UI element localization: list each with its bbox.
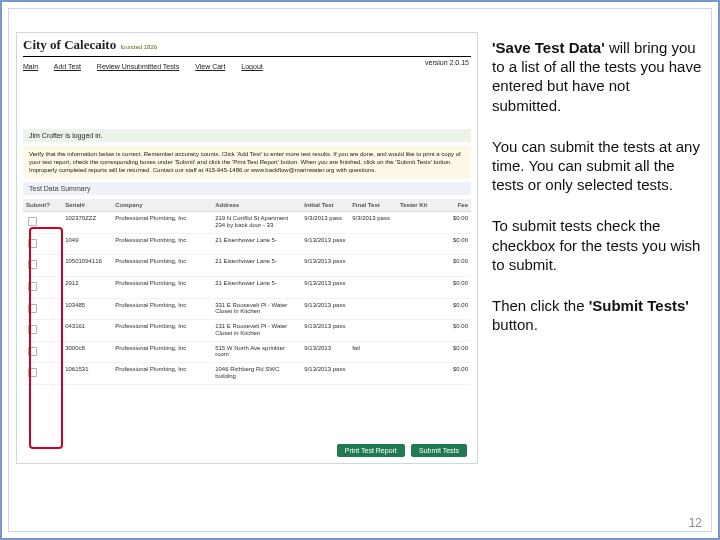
cell-initial-test: 9/13/2013 pass (301, 298, 349, 320)
cell-final-test (349, 255, 397, 277)
cell-submit (23, 277, 62, 299)
slide: City of Calecaito founded 1826 version 2… (0, 0, 720, 540)
cell-submit (23, 255, 62, 277)
col-tester-kit: Tester Kit (397, 199, 438, 212)
cell-company: Professional Plumbing, Inc (112, 277, 212, 299)
cell-company: Professional Plumbing, Inc (112, 341, 212, 363)
col-initial-test: Initial Test (301, 199, 349, 212)
cell-fee: $0.00 (438, 298, 471, 320)
submit-checkbox[interactable] (28, 282, 37, 291)
divider (23, 56, 471, 57)
cell-initial-test: 9/3/2013 pass (301, 212, 349, 234)
cell-final-test: fail (349, 341, 397, 363)
cell-serial: 102370ZZZ (62, 212, 112, 234)
submit-checkbox[interactable] (28, 239, 37, 248)
cell-final-test (349, 363, 397, 385)
logged-in-banner: Jim Crofter is logged in. (23, 129, 471, 142)
col-fee: Fee (438, 199, 471, 212)
cell-submit (23, 212, 62, 234)
table-row: 043161Professional Plumbing, Inc131 E Ro… (23, 320, 471, 342)
cell-tester-kit (397, 277, 438, 299)
cell-address: 21 Eisenhower Lane 5- (212, 233, 301, 255)
cell-final-test (349, 298, 397, 320)
cell-company: Professional Plumbing, Inc (112, 255, 212, 277)
cell-tester-kit (397, 320, 438, 342)
summary-title: Test Data Summary (23, 182, 471, 195)
table-row: 10501094116Professional Plumbing, Inc21 … (23, 255, 471, 277)
cell-fee: $0.00 (438, 277, 471, 299)
cell-fee: $0.00 (438, 212, 471, 234)
cell-address: 21 Eisenhower Lane 5- (212, 255, 301, 277)
cell-serial: 10501094116 (62, 255, 112, 277)
cell-fee: $0.00 (438, 341, 471, 363)
page-number: 12 (689, 516, 702, 530)
para-4a: Then click the (492, 297, 589, 314)
para-3: To submit tests check the checkbox for t… (492, 216, 702, 274)
nav-main[interactable]: Main (23, 63, 38, 70)
cell-tester-kit (397, 212, 438, 234)
cell-initial-test: 9/13/2013 (301, 341, 349, 363)
nav-bar: Main Add Test Review Unsubmitted Tests V… (23, 63, 277, 70)
submit-checkbox[interactable] (28, 260, 37, 269)
cell-tester-kit (397, 233, 438, 255)
cell-fee: $0.00 (438, 363, 471, 385)
nav-view-cart[interactable]: View Cart (195, 63, 225, 70)
table-row: 2912Professional Plumbing, Inc21 Eisenho… (23, 277, 471, 299)
para-2: You can submit the tests at any time. Yo… (492, 137, 702, 195)
cell-initial-test: 9/13/2013 pass (301, 233, 349, 255)
cell-tester-kit (397, 363, 438, 385)
cell-tester-kit (397, 298, 438, 320)
table-head-row: Submit? Serial# Company Address Initial … (23, 199, 471, 212)
cell-tester-kit (397, 341, 438, 363)
cell-address: 1046 Richberg Rd SWC building (212, 363, 301, 385)
table-row: 102370ZZZProfessional Plumbing, Inc219 N… (23, 212, 471, 234)
cell-address: 331 E Roosevelt Pl - Water Closet in Kit… (212, 298, 301, 320)
cell-serial: 1049 (62, 233, 112, 255)
cell-final-test (349, 233, 397, 255)
cell-fee: $0.00 (438, 320, 471, 342)
table-body: 102370ZZZProfessional Plumbing, Inc219 N… (23, 212, 471, 385)
nav-add-test[interactable]: Add Test (54, 63, 81, 70)
col-address: Address (212, 199, 301, 212)
cell-company: Professional Plumbing, Inc (112, 212, 212, 234)
cell-initial-test: 9/13/2013 pass (301, 255, 349, 277)
cell-address: 219 N Cortfild St Apartment 234 by back … (212, 212, 301, 234)
cell-final-test (349, 277, 397, 299)
col-serial: Serial# (62, 199, 112, 212)
submit-tests-button[interactable]: Submit Tests (411, 444, 467, 457)
nav-logout[interactable]: Logout (241, 63, 262, 70)
submit-checkbox[interactable] (28, 325, 37, 334)
cell-address: 515 W North Ave sprinkler room (212, 341, 301, 363)
app-header: City of Calecaito founded 1826 version 2… (17, 33, 477, 81)
cell-serial: 3000c8 (62, 341, 112, 363)
para-4-bold: 'Submit Tests' (589, 297, 689, 314)
app-subtitle: founded 1826 (120, 44, 157, 50)
cell-tester-kit (397, 255, 438, 277)
logo-line: City of Calecaito founded 1826 (23, 37, 157, 53)
table-row: 1061531Professional Plumbing, Inc1046 Ri… (23, 363, 471, 385)
cell-company: Professional Plumbing, Inc (112, 298, 212, 320)
submit-checkbox[interactable] (28, 217, 37, 226)
submit-checkbox[interactable] (28, 304, 37, 313)
cell-serial: 103485 (62, 298, 112, 320)
test-table: Submit? Serial# Company Address Initial … (23, 199, 471, 385)
col-submit: Submit? (23, 199, 62, 212)
cell-final-test (349, 320, 397, 342)
submit-checkbox[interactable] (28, 368, 37, 377)
cell-serial: 2912 (62, 277, 112, 299)
para-4: Then click the 'Submit Tests' button. (492, 296, 702, 334)
cell-final-test: 9/3/2013 pass (349, 212, 397, 234)
cell-initial-test: 9/13/2013 pass (301, 277, 349, 299)
cell-address: 21 Eisenhower Lane 5- (212, 277, 301, 299)
cell-fee: $0.00 (438, 233, 471, 255)
app-title: City of Calecaito (23, 37, 116, 52)
cell-serial: 1061531 (62, 363, 112, 385)
nav-review[interactable]: Review Unsubmitted Tests (97, 63, 179, 70)
print-report-button[interactable]: Print Test Report (337, 444, 405, 457)
app: City of Calecaito founded 1826 version 2… (17, 33, 477, 335)
col-company: Company (112, 199, 212, 212)
cell-submit (23, 320, 62, 342)
action-bar: Print Test Report Submit Tests (333, 444, 467, 457)
cell-serial: 043161 (62, 320, 112, 342)
submit-checkbox[interactable] (28, 347, 37, 356)
